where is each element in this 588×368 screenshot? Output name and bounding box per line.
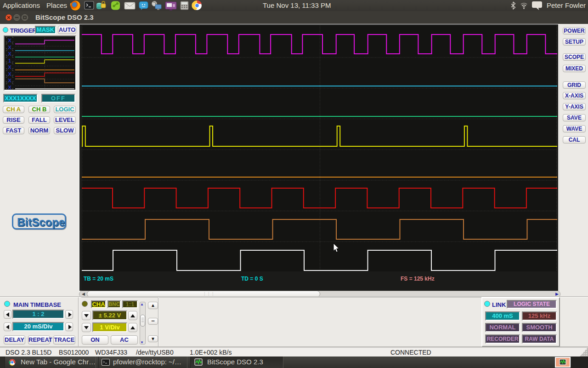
svg-text:X: X xyxy=(8,71,11,77)
svg-text:X: X xyxy=(8,45,11,50)
svg-text:X: X xyxy=(8,38,11,43)
svg-text:X: X xyxy=(8,85,11,90)
svg-text:1: 1 xyxy=(8,58,11,63)
svg-text:X: X xyxy=(8,51,11,57)
svg-text:X: X xyxy=(8,78,11,83)
svg-text:X: X xyxy=(8,64,11,70)
